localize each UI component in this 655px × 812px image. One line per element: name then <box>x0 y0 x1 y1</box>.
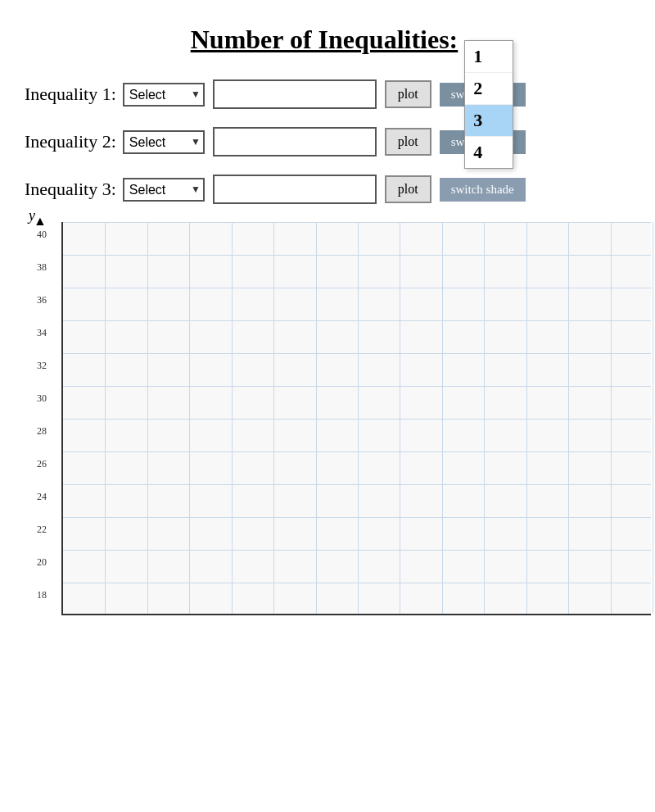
grid-line-h-26 <box>63 451 651 452</box>
select-wrapper-1[interactable]: Select < > ≤ ≥ ▼ <box>123 83 205 107</box>
grid-line-h-34 <box>63 320 651 321</box>
inequality-3-input[interactable] <box>213 175 377 204</box>
y-axis-arrow-icon: ▲ <box>34 214 47 229</box>
select-wrapper-2[interactable]: Select < > ≤ ≥ ▼ <box>123 130 205 154</box>
inequality-1-input[interactable] <box>213 79 377 109</box>
inequality-row-3: Inequality 3: Select < > ≤ ≥ ▼ plot swit… <box>25 175 639 204</box>
grid-line-v-12 <box>568 222 569 614</box>
grid-line-v-1 <box>105 222 106 614</box>
inequality-2-plot-button[interactable]: plot <box>385 128 431 156</box>
grid-line-h-22 <box>63 517 651 518</box>
select-wrapper-3[interactable]: Select < > ≤ ≥ ▼ <box>123 178 205 202</box>
title-row: Number of Inequalities: 1 2 3 4 <box>16 25 639 55</box>
grid-line-v-11 <box>526 222 527 614</box>
inequality-3-select[interactable]: Select < > ≤ ≥ <box>123 178 205 202</box>
grid-line-h-40 <box>63 222 651 223</box>
page-wrapper: Number of Inequalities: 1 2 3 4 Inequali… <box>0 0 655 632</box>
grid-line-v-5 <box>273 222 274 614</box>
y-tick-label-34: 34 <box>37 327 47 339</box>
y-tick-label-26: 26 <box>37 458 47 470</box>
num-dropdown[interactable]: 1 2 3 4 <box>464 40 513 169</box>
inequality-1-plot-button[interactable]: plot <box>385 80 431 108</box>
dropdown-option-2[interactable]: 2 <box>465 73 513 105</box>
grid-line-v-9 <box>442 222 443 614</box>
grid-line-h-32 <box>63 353 651 354</box>
inequality-3-plot-button[interactable]: plot <box>385 175 431 203</box>
inequality-2-label: Inequality 2: <box>25 131 116 152</box>
y-tick-label-36: 36 <box>37 294 47 306</box>
grid-line-h-24 <box>63 484 651 485</box>
grid-line-h-18 <box>63 583 651 583</box>
y-tick-label-40: 40 <box>37 229 47 241</box>
grid-line-v-6 <box>316 222 317 614</box>
y-tick-label-20: 20 <box>37 556 47 569</box>
grid-line-v-4 <box>232 222 233 614</box>
y-tick-label-24: 24 <box>37 491 47 503</box>
dropdown-option-4[interactable]: 4 <box>465 137 513 168</box>
inequality-3-shade-button[interactable]: switch shade <box>440 178 526 202</box>
y-tick-label-32: 32 <box>37 360 47 372</box>
inequality-row-2: Inequality 2: Select < > ≤ ≥ ▼ plot swit… <box>25 127 639 157</box>
grid-line-h-36 <box>63 288 651 288</box>
grid-line-v-14 <box>653 222 653 614</box>
grid-line-h-38 <box>63 255 651 256</box>
y-tick-label-30: 30 <box>37 392 47 405</box>
inequality-2-input[interactable] <box>213 127 377 157</box>
graph-grid: 403836343230282624222018 <box>61 222 651 615</box>
grid-line-v-7 <box>358 222 359 614</box>
page-title: Number of Inequalities: <box>191 25 458 55</box>
grid-line-h-28 <box>63 419 651 420</box>
grid-line-v-10 <box>484 222 485 614</box>
inequality-3-label: Inequality 3: <box>25 179 116 200</box>
inequality-2-select[interactable]: Select < > ≤ ≥ <box>123 130 205 154</box>
grid-line-v-13 <box>611 222 612 614</box>
grid-line-h-30 <box>63 386 651 387</box>
inequality-1-label: Inequality 1: <box>25 84 116 105</box>
y-tick-label-22: 22 <box>37 524 47 536</box>
grid-line-v-3 <box>189 222 190 614</box>
inequality-1-select[interactable]: Select < > ≤ ≥ <box>123 83 205 107</box>
y-tick-label-28: 28 <box>37 425 47 438</box>
y-tick-label-38: 38 <box>37 261 47 274</box>
grid-line-v-8 <box>400 222 400 614</box>
dropdown-option-1[interactable]: 1 <box>465 41 513 73</box>
dropdown-option-3[interactable]: 3 <box>465 105 513 137</box>
grid-line-v-2 <box>147 222 148 614</box>
inequality-row-1: Inequality 1: Select < > ≤ ≥ ▼ plot swit… <box>25 79 639 109</box>
grid-line-h-20 <box>63 550 651 551</box>
y-tick-label-18: 18 <box>37 589 47 601</box>
graph-container: y ▲ 403836343230282624222018 <box>61 222 639 615</box>
